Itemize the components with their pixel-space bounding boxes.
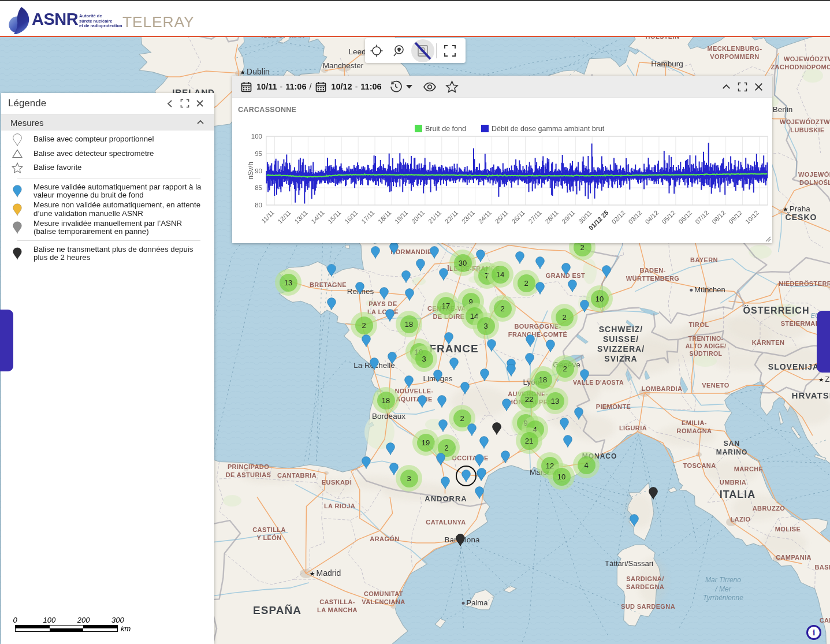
station-pin-valid[interactable] [401, 270, 411, 283]
station-pin-valid[interactable] [535, 256, 545, 269]
station-pin-offline[interactable] [649, 487, 658, 500]
cluster-marker[interactable]: 3 [411, 345, 437, 372]
cluster-marker[interactable]: 17 [433, 292, 459, 319]
station-pin-valid[interactable] [404, 375, 414, 388]
station-pin-valid[interactable] [416, 259, 425, 271]
station-pin-valid[interactable] [630, 514, 639, 527]
station-pin-valid[interactable] [371, 246, 380, 259]
station-pin-valid[interactable] [475, 486, 484, 499]
station-pin-selected[interactable] [461, 470, 471, 482]
station-pin-valid[interactable] [546, 340, 555, 352]
legend-close-icon[interactable] [192, 96, 207, 111]
legend-collapse-left-icon[interactable] [162, 96, 177, 111]
panel-fullscreen-icon[interactable] [738, 82, 747, 92]
station-pin-valid[interactable] [362, 456, 371, 469]
station-pin-valid[interactable] [526, 334, 535, 347]
station-pin-valid[interactable] [602, 265, 611, 278]
cluster-marker[interactable]: 2 [551, 304, 578, 330]
station-pin-valid[interactable] [389, 242, 399, 255]
station-pin-offline[interactable] [492, 422, 501, 435]
date-to[interactable]: 10/12 [331, 82, 352, 91]
station-pin-valid[interactable] [449, 358, 459, 370]
cluster-marker[interactable]: 30 [449, 250, 476, 276]
map-fullscreen-button[interactable] [438, 38, 461, 63]
cluster-marker[interactable]: 18 [396, 311, 422, 337]
station-pin-valid[interactable] [479, 436, 489, 449]
cluster-marker[interactable]: 18 [373, 387, 399, 414]
panel-resize-handle[interactable] [765, 236, 771, 242]
favorite-star-icon[interactable] [445, 80, 459, 93]
station-pin-valid[interactable] [438, 419, 448, 432]
station-pin-valid[interactable] [561, 263, 571, 276]
station-pin-valid[interactable] [441, 477, 450, 489]
cluster-marker[interactable]: 13 [542, 388, 568, 414]
station-pin-valid[interactable] [460, 382, 470, 394]
station-pin-valid[interactable] [568, 280, 577, 292]
station-pin-valid[interactable] [327, 297, 336, 310]
station-pin-valid[interactable] [389, 463, 399, 475]
calendar-from-icon[interactable] [241, 81, 252, 92]
station-pin-valid[interactable] [574, 407, 583, 420]
station-pin-valid[interactable] [355, 282, 364, 295]
history-icon[interactable] [389, 80, 402, 93]
geolocate-button[interactable] [365, 38, 388, 63]
station-pin-valid[interactable] [439, 268, 448, 281]
cluster-marker[interactable]: 2 [552, 355, 578, 382]
time-from[interactable]: 11:06 [285, 82, 306, 91]
cluster-marker[interactable]: 14 [487, 261, 513, 288]
station-pin-valid[interactable] [560, 418, 569, 430]
station-pin-valid[interactable] [430, 246, 439, 259]
calendar-to-icon[interactable] [315, 81, 326, 92]
station-pin-valid[interactable] [444, 332, 453, 345]
station-pin-valid[interactable] [433, 370, 442, 382]
station-pin-valid[interactable] [370, 358, 379, 370]
measure-tool-button[interactable] [411, 38, 434, 63]
station-pin-valid[interactable] [477, 468, 486, 481]
station-pin-valid[interactable] [502, 399, 511, 411]
station-pin-valid[interactable] [436, 453, 445, 466]
station-pin-offline[interactable] [456, 534, 465, 546]
station-pin-valid[interactable] [525, 353, 534, 366]
cluster-marker[interactable]: 21 [516, 427, 542, 454]
history-dropdown-caret[interactable] [406, 84, 412, 89]
station-pin-valid[interactable] [480, 368, 489, 381]
station-pin-valid[interactable] [405, 288, 414, 301]
station-pin-valid[interactable] [379, 287, 389, 300]
panel-collapse-icon[interactable] [721, 82, 731, 92]
legend-fullscreen-icon[interactable] [177, 96, 192, 111]
station-pin-valid[interactable] [437, 395, 446, 408]
cluster-marker[interactable]: 13 [275, 269, 302, 296]
right-panel-tab[interactable] [817, 311, 830, 373]
station-pin-valid[interactable] [507, 364, 516, 377]
legend-section-header[interactable]: Mesures [1, 114, 214, 131]
station-pin-valid[interactable] [515, 251, 524, 264]
left-panel-tab[interactable] [0, 310, 13, 371]
cluster-marker[interactable]: 10 [548, 463, 575, 490]
station-pin-valid[interactable] [580, 369, 589, 382]
cluster-marker[interactable]: 3 [396, 465, 422, 492]
station-pin-valid[interactable] [487, 339, 496, 352]
cluster-marker[interactable]: 4 [573, 452, 600, 478]
station-pin-valid[interactable] [476, 250, 485, 262]
station-pin-valid[interactable] [580, 300, 589, 312]
cluster-marker[interactable]: 10 [586, 285, 613, 312]
panel-close-icon[interactable] [754, 82, 764, 92]
station-pin-valid[interactable] [535, 282, 545, 295]
chart-plot-area[interactable]: Bruit de fondDébit de dose gamma ambiant… [232, 99, 772, 243]
info-button[interactable]: i [806, 625, 821, 640]
search-location-button[interactable] [388, 38, 411, 63]
station-pin-valid[interactable] [362, 334, 371, 347]
station-pin-valid[interactable] [467, 423, 477, 436]
station-pin-valid[interactable] [501, 451, 510, 463]
station-pin-valid[interactable] [388, 352, 397, 364]
station-pin-valid[interactable] [563, 435, 572, 448]
station-pin-valid[interactable] [327, 264, 336, 277]
cluster-marker[interactable]: 3 [472, 312, 499, 339]
cluster-marker[interactable]: 22 [516, 386, 542, 412]
station-pin-valid[interactable] [385, 309, 394, 322]
time-to[interactable]: 11:06 [360, 82, 381, 91]
station-pin-valid[interactable] [386, 442, 395, 455]
visibility-icon[interactable] [423, 82, 437, 92]
date-from[interactable]: 10/11 [256, 82, 277, 91]
station-pin-valid[interactable] [475, 454, 484, 467]
